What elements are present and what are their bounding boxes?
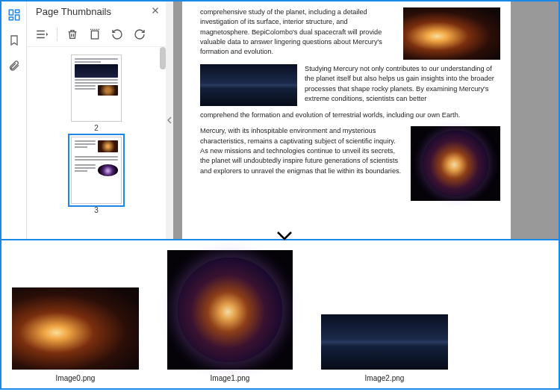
extracted-image-thumb	[12, 287, 139, 370]
paragraph: Studying Mercury not only contributes to…	[305, 64, 500, 106]
page-image-milkyway	[200, 64, 297, 106]
main-split: Page Thumbnails	[0, 0, 560, 240]
svg-rect-2	[15, 15, 19, 20]
options-dropdown[interactable]	[34, 27, 49, 42]
thumbnails-toolbar	[27, 22, 166, 47]
document-viewport[interactable]: comprehensive study of the planet, inclu…	[173, 1, 559, 239]
panel-resizer[interactable]	[166, 1, 173, 239]
svg-rect-3	[9, 17, 13, 20]
document-page: comprehensive study of the planet, inclu…	[182, 1, 511, 239]
paragraph: comprehensive study of the planet, inclu…	[200, 7, 396, 60]
page-image-sun	[411, 126, 500, 201]
extracted-image-item[interactable]: Image2.png	[321, 314, 448, 382]
extracted-image-item[interactable]: Image0.png	[12, 287, 139, 382]
thumbnail-number: 3	[94, 206, 99, 214]
extracted-image-item[interactable]: Image1.png	[167, 250, 293, 382]
rotate-cw-button[interactable]	[132, 27, 147, 42]
extracted-images-panel: Image0.png Image1.png Image2.png	[0, 240, 560, 390]
panel-title: Page Thumbnails	[36, 6, 111, 17]
page-image-nebula	[403, 7, 500, 60]
thumbnail-page-2[interactable]: 2	[71, 55, 122, 132]
delete-page-button[interactable]	[65, 27, 80, 42]
thumbnails-scrollbar[interactable]	[160, 47, 166, 69]
extracted-image-thumb	[321, 314, 448, 370]
svg-rect-7	[91, 31, 98, 39]
paragraph: comprehend the formation and evolution o…	[200, 111, 500, 120]
thumbnail-page-3[interactable]: 3	[71, 137, 122, 214]
extracted-image-label: Image2.png	[365, 374, 405, 382]
thumbnails-tab[interactable]	[7, 7, 22, 22]
extracted-image-label: Image0.png	[56, 374, 96, 382]
svg-rect-0	[9, 10, 13, 15]
svg-rect-1	[15, 10, 19, 13]
toolbar-separator	[57, 28, 57, 41]
insert-page-button[interactable]	[87, 27, 102, 42]
expand-down-icon	[276, 231, 293, 244]
vertical-tabs	[1, 1, 27, 239]
extracted-image-thumb	[167, 250, 293, 370]
thumbnails-panel: Page Thumbnails	[27, 1, 166, 239]
paragraph: Mercury, with its inhospitable environme…	[200, 126, 403, 201]
attachments-tab[interactable]	[7, 58, 22, 73]
thumbnails-list: 2 3	[27, 47, 166, 239]
thumbnail-number: 2	[94, 124, 99, 132]
rotate-ccw-button[interactable]	[110, 27, 125, 42]
extracted-image-label: Image1.png	[211, 374, 250, 382]
close-panel-button[interactable]	[151, 6, 160, 17]
bookmarks-tab[interactable]	[7, 33, 22, 48]
